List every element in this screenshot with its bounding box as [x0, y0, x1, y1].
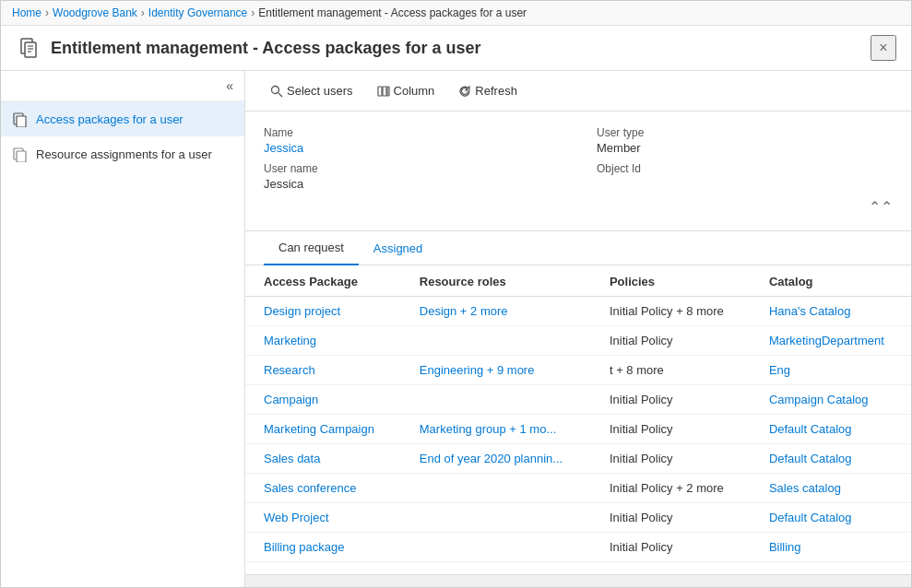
catalog-link[interactable]: Default Catalog	[769, 511, 852, 524]
svg-rect-11	[378, 87, 382, 96]
content-area: Select users Column Refresh Name Jessica	[245, 71, 911, 587]
refresh-icon	[458, 85, 471, 98]
tab-assigned[interactable]: Assigned	[359, 232, 437, 265]
cell-policies: Initial Policy + 2 more	[591, 474, 751, 503]
collapse-section: ⌃⌃	[264, 198, 893, 216]
package-link[interactable]: Marketing Campaign	[264, 422, 374, 436]
refresh-button[interactable]: Refresh	[448, 78, 527, 103]
roles-link[interactable]: End of year 2020 plannin...	[420, 452, 563, 465]
titlebar-icon	[16, 35, 41, 61]
cell-policies: Initial Policy	[591, 444, 751, 474]
svg-rect-6	[17, 116, 26, 127]
catalog-link[interactable]: Eng	[769, 363, 790, 377]
sidebar-item-access-packages[interactable]: Access packages for a user	[1, 101, 244, 136]
collapse-up-button[interactable]: ⌃⌃	[869, 198, 893, 216]
cell-catalog: Campaign Catalog	[751, 385, 911, 415]
column-label: Column	[394, 84, 435, 98]
col-policies: Policies	[591, 265, 751, 297]
cell-package: Sales conference	[245, 474, 401, 503]
bottom-scrollbar[interactable]	[245, 574, 911, 587]
package-link[interactable]: Research	[264, 363, 315, 377]
sidebar-item-label-access: Access packages for a user	[36, 112, 184, 126]
table-wrapper: Access Package Resource roles Policies C…	[245, 265, 911, 574]
titlebar: Entitlement management - Access packages…	[1, 26, 911, 71]
close-button[interactable]: ×	[871, 35, 896, 61]
breadcrumb: Home › Woodgrove Bank › Identity Governa…	[1, 1, 911, 26]
cell-package: Research	[245, 356, 401, 385]
cell-package: Design project	[245, 297, 401, 326]
main-layout: « Access packages for a user Resource as…	[1, 71, 911, 587]
cell-policies: Initial Policy	[591, 533, 751, 562]
table-row: Sales conferenceInitial Policy + 2 moreS…	[245, 474, 911, 503]
package-link[interactable]: Web Project	[264, 511, 329, 524]
breadcrumb-home[interactable]: Home	[12, 6, 41, 19]
package-link[interactable]: Marketing	[264, 334, 316, 347]
name-value[interactable]: Jessica	[264, 141, 560, 155]
catalog-link[interactable]: MarketingDepartment	[769, 334, 884, 347]
cell-roles: Marketing group + 1 mo...	[401, 415, 591, 444]
sidebar-collapse[interactable]: «	[1, 71, 244, 101]
refresh-label: Refresh	[475, 84, 517, 98]
breadcrumb-current: Entitlement management - Access packages…	[258, 6, 527, 19]
document-icon	[18, 37, 40, 59]
cell-roles	[401, 533, 591, 562]
svg-line-10	[278, 93, 282, 97]
catalog-link[interactable]: Sales catalog	[769, 481, 841, 495]
catalog-link[interactable]: Billing	[769, 540, 801, 554]
catalog-link[interactable]: Hana's Catalog	[769, 304, 850, 318]
tab-can-request[interactable]: Can request	[264, 231, 359, 265]
table-row: CampaignInitial PolicyCampaign Catalog	[245, 385, 911, 415]
cell-policies: Initial Policy + 8 more	[591, 297, 751, 326]
user-type-value: Member	[597, 141, 893, 155]
search-icon	[270, 85, 283, 98]
user-fields: Name Jessica User type Member User name …	[264, 126, 893, 191]
username-value: Jessica	[264, 177, 560, 191]
breadcrumb-identity-governance[interactable]: Identity Governance	[148, 6, 247, 19]
sidebar-item-resource-assignments[interactable]: Resource assignments for a user	[1, 136, 244, 171]
cell-catalog: Sales catalog	[751, 474, 911, 503]
breadcrumb-woodgrove[interactable]: Woodgrove Bank	[53, 6, 137, 19]
cell-roles	[401, 326, 591, 356]
svg-rect-13	[387, 87, 389, 96]
cell-catalog: Default Catalog	[751, 444, 911, 474]
catalog-link[interactable]: Default Catalog	[769, 452, 852, 465]
svg-rect-1	[25, 42, 36, 57]
package-link[interactable]: Campaign	[264, 393, 318, 406]
catalog-link[interactable]: Default Catalog	[769, 422, 852, 436]
object-id-field: Object Id	[597, 162, 893, 191]
collapse-icon[interactable]: «	[222, 76, 237, 95]
cell-package: Campaign	[245, 385, 401, 415]
package-link[interactable]: Billing package	[264, 540, 344, 554]
roles-link[interactable]: Design + 2 more	[420, 304, 508, 318]
user-info-panel: Name Jessica User type Member User name …	[245, 112, 911, 231]
roles-link[interactable]: Engineering + 9 more	[420, 363, 535, 377]
tabs-bar: Can request Assigned	[245, 231, 911, 265]
column-button[interactable]: Column	[367, 78, 445, 103]
cell-catalog: Default Catalog	[751, 503, 911, 533]
username-label: User name	[264, 162, 560, 175]
breadcrumb-sep-3: ›	[251, 6, 255, 19]
select-users-button[interactable]: Select users	[260, 78, 363, 103]
sidebar-item-icon-access	[12, 111, 29, 127]
name-field: Name Jessica	[264, 126, 560, 155]
cell-catalog: Default Catalog	[751, 415, 911, 444]
package-link[interactable]: Design project	[264, 304, 340, 318]
cell-roles	[401, 474, 591, 503]
username-field: User name Jessica	[264, 162, 560, 191]
package-link[interactable]: Sales data	[264, 452, 320, 465]
cell-package: Web Project	[245, 503, 401, 533]
catalog-link[interactable]: Campaign Catalog	[769, 393, 869, 406]
sidebar-item-label-resource: Resource assignments for a user	[36, 147, 212, 161]
table-row: Design projectDesign + 2 moreInitial Pol…	[245, 297, 911, 326]
cell-package: Marketing Campaign	[245, 415, 401, 444]
main-window: Home › Woodgrove Bank › Identity Governa…	[0, 0, 912, 588]
package-link[interactable]: Sales conference	[264, 481, 356, 495]
roles-link[interactable]: Marketing group + 1 mo...	[420, 422, 557, 436]
table-container: Access Package Resource roles Policies C…	[245, 265, 911, 574]
col-resource-roles: Resource roles	[401, 265, 591, 297]
access-packages-table: Access Package Resource roles Policies C…	[245, 265, 911, 562]
table-row: Web ProjectInitial PolicyDefault Catalog	[245, 503, 911, 533]
cell-catalog: Hana's Catalog	[751, 297, 911, 326]
page-title: Entitlement management - Access packages…	[51, 39, 871, 58]
cell-policies: Initial Policy	[591, 326, 751, 356]
